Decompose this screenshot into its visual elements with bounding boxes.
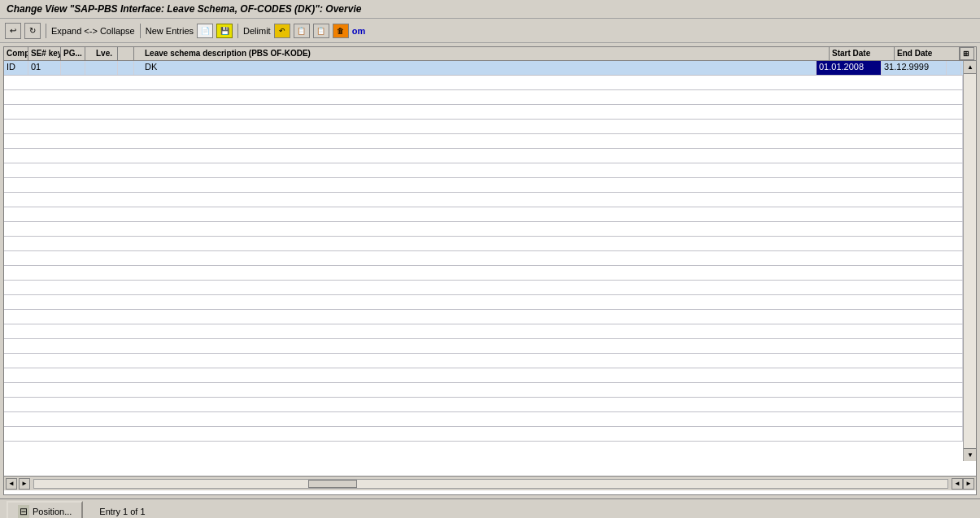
main-content: Comp. SE# key PG... Lve. Leave schema de…: [3, 46, 977, 495]
delete-button[interactable]: 🗑: [333, 24, 349, 38]
back-button[interactable]: ↩: [5, 23, 21, 39]
cell-pg: [61, 61, 85, 75]
table-row: [4, 412, 963, 427]
copy-button[interactable]: 📋: [294, 24, 310, 38]
col-header-empty: [118, 47, 134, 60]
table-row: [4, 383, 963, 398]
cell-empty: [118, 61, 134, 75]
col-header-description: Leave schema description (PBS OF-KODE): [142, 47, 830, 60]
col-header-pg: PG...: [61, 47, 85, 60]
table-row: [4, 134, 963, 149]
position-icon: ⊟: [18, 505, 29, 518]
cell-description: DK: [142, 61, 817, 75]
cell-comp: ID: [4, 61, 28, 75]
cell-settings: [947, 61, 961, 75]
col-header-end-date: End Date: [895, 47, 960, 60]
status-bar: ⊟ Position... Entry 1 of 1: [0, 498, 980, 518]
scroll-track: [964, 74, 976, 448]
col-header-lve: Lve.: [94, 47, 118, 60]
col-header-start-date: Start Date: [830, 47, 895, 60]
table-wrapper: Comp. SE# key PG... Lve. Leave schema de…: [4, 47, 976, 494]
table-row: [4, 237, 963, 251]
scroll-right-button[interactable]: ►: [19, 478, 30, 490]
cell-se-key: 01: [28, 61, 61, 75]
h-scroll-track: [33, 479, 948, 489]
table-row: [4, 105, 963, 120]
table-row: [4, 354, 963, 368]
undo-icon: ↶: [279, 27, 285, 35]
table-row: [4, 90, 963, 105]
table-row: [4, 222, 963, 237]
expand-collapse-button[interactable]: Expand <-> Collapse: [51, 26, 135, 36]
table-row: [4, 266, 963, 281]
toolbar: ↩ ↻ Expand <-> Collapse New Entries 📄 💾 …: [0, 19, 980, 43]
h-scroll-thumb: [308, 480, 357, 488]
window-title: Change View "SAP-PBS Interface: Leave Sc…: [7, 3, 361, 15]
h-scroll-right-end[interactable]: ◄: [952, 478, 963, 490]
horizontal-scrollbar[interactable]: ◄ ► ◄ ►: [4, 476, 976, 490]
table-row: [4, 163, 963, 178]
cell-lve: [94, 61, 118, 75]
separator-1: [46, 24, 46, 38]
undo-button[interactable]: ↶: [274, 24, 290, 38]
h-scroll-right-end2[interactable]: ►: [963, 478, 974, 490]
scroll-left-button[interactable]: ◄: [6, 478, 17, 490]
cell-start-date: 01.01.2008: [817, 61, 882, 75]
table-row: [4, 178, 963, 193]
refresh-button[interactable]: ↻: [24, 23, 41, 39]
paste-button[interactable]: 📋: [313, 24, 329, 38]
table-row: [4, 120, 963, 134]
paste-icon: 📋: [316, 27, 325, 35]
table-row: [4, 398, 963, 412]
table-row: [4, 295, 963, 310]
cell-end-date: 31.12.9999: [882, 61, 947, 75]
table-row: [4, 193, 963, 207]
table-header: Comp. SE# key PG... Lve. Leave schema de…: [4, 47, 976, 61]
table-row: [4, 251, 963, 266]
col-header-se-key: SE# key: [28, 47, 61, 60]
table-body: ID 01 DK 01.01.2008 31.12.9999: [4, 61, 976, 476]
table-row: [4, 149, 963, 163]
table-row: [4, 281, 963, 295]
table-row: [4, 368, 963, 383]
om-label: om: [352, 26, 366, 36]
table-row: [4, 324, 963, 339]
table-row[interactable]: ID 01 DK 01.01.2008 31.12.9999: [4, 61, 963, 76]
table-row: [4, 427, 963, 442]
save-button[interactable]: 💾: [216, 24, 233, 38]
vertical-scrollbar[interactable]: ▲ ▼: [963, 61, 976, 461]
delete-icon: 🗑: [337, 27, 344, 35]
scroll-up-button[interactable]: ▲: [964, 61, 976, 74]
table-scroll-area: ID 01 DK 01.01.2008 31.12.9999: [4, 61, 976, 476]
table-row: [4, 339, 963, 354]
entry-info: Entry 1 of 1: [99, 507, 145, 516]
table-row: [4, 310, 963, 324]
new-doc-icon: 📄: [201, 27, 210, 35]
new-entries-button[interactable]: New Entries: [146, 26, 194, 36]
save-icon: 💾: [220, 27, 229, 35]
delimit-button[interactable]: Delimit: [243, 26, 271, 36]
refresh-icon: ↻: [29, 26, 36, 35]
table-row: [4, 207, 963, 222]
col-header-comp: Comp.: [4, 47, 28, 60]
copy-icon: 📋: [297, 27, 306, 35]
position-label: Position...: [33, 507, 72, 516]
new-icon-button[interactable]: 📄: [197, 24, 213, 38]
table-row: [4, 76, 963, 90]
back-icon: ↩: [10, 26, 16, 35]
title-bar: Change View "SAP-PBS Interface: Leave Sc…: [0, 0, 980, 19]
separator-2: [140, 24, 141, 38]
separator-3: [237, 24, 238, 38]
position-button[interactable]: ⊟ Position...: [7, 501, 83, 519]
scroll-down-button[interactable]: ▼: [964, 448, 976, 461]
col-header-settings[interactable]: ⊞: [960, 47, 974, 60]
